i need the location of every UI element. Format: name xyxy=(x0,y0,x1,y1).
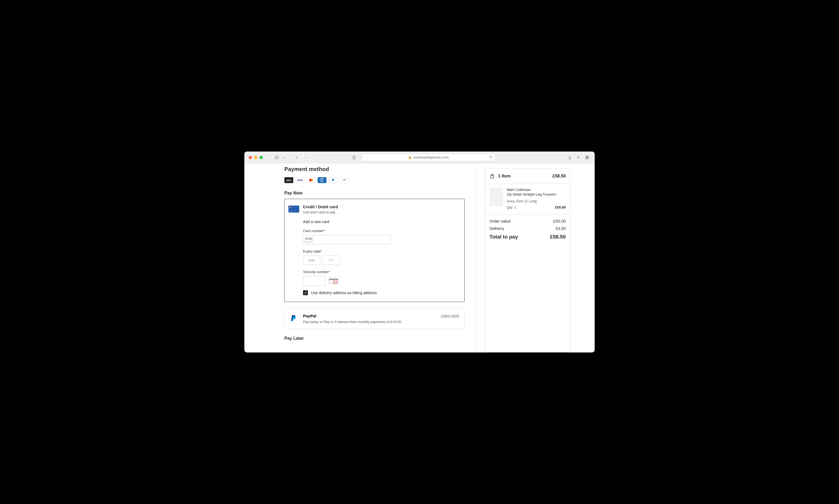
product-price: £55.00 xyxy=(555,205,566,209)
credit-card-option[interactable]: Credit / Debit card Use your card to pay… xyxy=(284,199,465,302)
billing-checkbox-label: Use delivery address as billing address xyxy=(311,291,377,295)
card-option-title: Credit / Debit card xyxy=(303,204,338,209)
expiry-year-input[interactable] xyxy=(322,255,340,265)
cvv-label: Security number* xyxy=(303,270,459,274)
window-controls xyxy=(249,156,263,159)
paypal-option[interactable]: PayPal Pay today or Pay in 3 interest-fr… xyxy=(284,308,465,329)
back-button[interactable] xyxy=(294,155,300,160)
card-option-subtitle: Use your card to pay xyxy=(303,210,338,214)
svg-rect-6 xyxy=(586,158,587,159)
titlebar: 🔒 marksandspencer.com xyxy=(244,151,595,163)
total-value: £58.50 xyxy=(550,234,566,240)
mns-card-icon: M&S xyxy=(284,177,293,183)
total-label: Total to pay xyxy=(490,234,518,240)
pay-now-heading: Pay Now xyxy=(284,191,465,196)
lock-icon: 🔒 xyxy=(408,156,412,159)
forward-button[interactable] xyxy=(302,155,309,160)
product-brand: M&S Collection xyxy=(507,188,566,192)
svg-rect-5 xyxy=(587,156,589,157)
pay-later-heading: Pay Later xyxy=(284,336,465,341)
share-icon[interactable] xyxy=(566,155,573,160)
maximize-window[interactable] xyxy=(260,156,263,159)
payment-section: Payment method M&S VISA AMEX Pay Now xyxy=(244,163,476,353)
product-name: Zip Detail Straight Leg Trousers xyxy=(507,192,566,197)
payment-method-icons: M&S VISA AMEX xyxy=(284,177,465,183)
shield-icon[interactable] xyxy=(351,155,357,160)
url-bar[interactable]: 🔒 marksandspencer.com xyxy=(362,154,495,161)
bag-icon xyxy=(490,174,495,179)
card-number-input[interactable] xyxy=(303,235,391,245)
close-window[interactable] xyxy=(249,156,252,159)
new-tab-icon[interactable] xyxy=(575,155,582,160)
svg-rect-0 xyxy=(275,156,278,159)
product-thumbnail xyxy=(490,188,503,206)
mastercard-icon xyxy=(307,177,315,183)
order-value: £55.00 xyxy=(553,219,566,223)
cvv-hint-icon xyxy=(329,278,338,284)
item-count: 1 Item xyxy=(498,174,549,179)
sidebar-toggle-icon[interactable] xyxy=(274,155,280,160)
browser-window: 🔒 marksandspencer.com Payment method M&S… xyxy=(244,151,595,353)
paypal-logo-icon xyxy=(289,313,299,323)
summary-top-total: £58.50 xyxy=(553,174,566,179)
tabs-overview-icon[interactable] xyxy=(584,155,590,160)
billing-address-checkbox[interactable] xyxy=(303,290,308,295)
product-qty: Qty: 1 xyxy=(507,205,516,209)
order-value-label: Order value xyxy=(490,219,511,223)
product-variant: Ivory, Size 12 Long xyxy=(507,199,566,203)
expiry-label: Expiry date* xyxy=(303,249,459,253)
card-number-label: Card number* xyxy=(303,229,459,233)
svg-rect-4 xyxy=(586,156,587,157)
paypal-learn-more-link[interactable]: Learn more xyxy=(441,313,459,318)
visa-icon: VISA xyxy=(295,177,304,183)
minimize-window[interactable] xyxy=(254,156,257,159)
paypal-subtitle: Pay today or Pay in 3 interest-free mont… xyxy=(303,320,437,324)
paypal-icon xyxy=(329,177,337,183)
order-summary-panel: 1 Item £58.50 M&S Collection Zip Detail … xyxy=(476,163,595,353)
amex-icon: AMEX xyxy=(318,177,327,183)
add-new-card-label: Add a new card xyxy=(303,220,459,224)
order-summary: 1 Item £58.50 M&S Collection Zip Detail … xyxy=(485,168,570,353)
reload-icon[interactable] xyxy=(489,155,493,160)
payment-method-title: Payment method xyxy=(284,166,465,172)
dropdown-icon[interactable] xyxy=(282,155,286,160)
svg-rect-7 xyxy=(587,158,589,159)
page-content: Payment method M&S VISA AMEX Pay Now xyxy=(244,163,595,353)
delivery-value: £3.50 xyxy=(556,226,566,231)
url-text: marksandspencer.com xyxy=(414,155,449,159)
delivery-label: Delivery xyxy=(490,226,504,231)
cvv-input[interactable] xyxy=(303,276,325,286)
paypal-title: PayPal xyxy=(303,313,437,318)
summary-product: M&S Collection Zip Detail Straight Leg T… xyxy=(485,184,570,214)
other-payment-icon xyxy=(340,177,349,183)
card-input-icon xyxy=(305,237,312,242)
expiry-month-input[interactable] xyxy=(303,255,320,265)
credit-card-icon xyxy=(289,205,299,213)
